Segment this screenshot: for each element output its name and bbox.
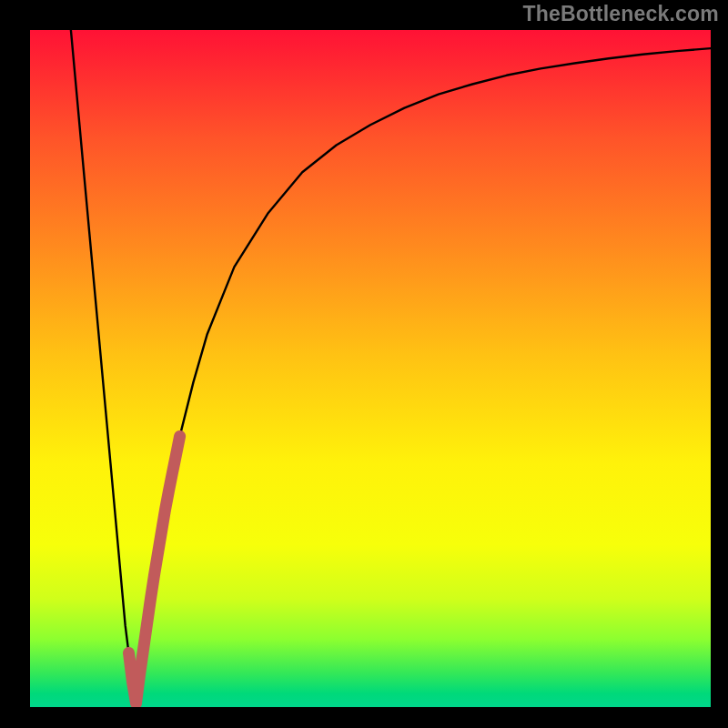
watermark-text: TheBottleneck.com xyxy=(522,2,719,26)
bottleneck-curve-line xyxy=(71,30,711,707)
bottleneck-curve-highlight xyxy=(129,436,180,703)
chart-frame: TheBottleneck.com xyxy=(0,0,728,728)
chart-svg xyxy=(30,30,711,707)
